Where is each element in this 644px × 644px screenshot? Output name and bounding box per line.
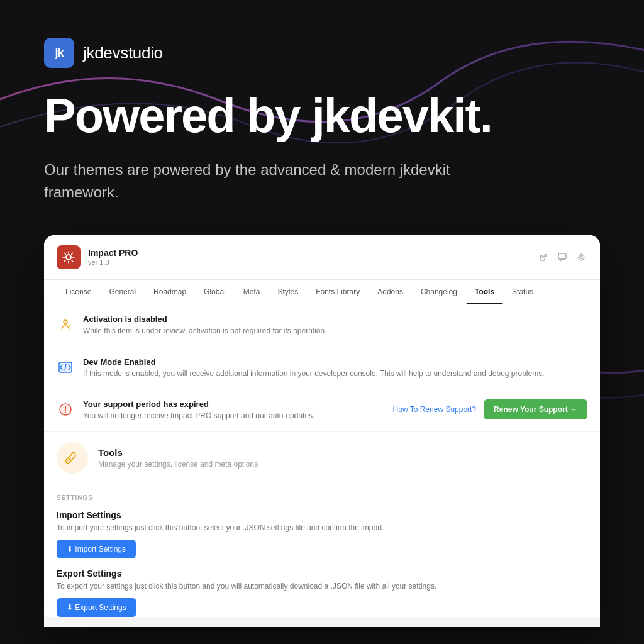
tab-license[interactable]: License (57, 280, 100, 304)
app-version: ver 1.0 (88, 258, 138, 266)
support-actions: How To Renew Support? Renew Your Support… (393, 399, 587, 419)
support-row: Your support period has expired You will… (44, 389, 600, 432)
tab-status[interactable]: Status (503, 280, 542, 304)
tab-changelog[interactable]: Changelog (412, 280, 466, 304)
support-title: Your support period has expired (83, 399, 384, 409)
settings-section: SETTINGS Import Settings To import your … (44, 484, 600, 617)
link-icon[interactable] (537, 251, 550, 264)
activation-row: Activation is disabled While this item i… (44, 304, 600, 347)
settings-label: SETTINGS (57, 494, 587, 501)
app-info: Impact PRO ver 1.0 (88, 248, 138, 266)
support-icon (57, 401, 74, 418)
tools-title: Tools (98, 447, 258, 458)
activation-body: Activation is disabled While this item i… (83, 314, 587, 336)
svg-point-0 (66, 255, 71, 260)
tab-global[interactable]: Global (195, 280, 235, 304)
renew-support-button[interactable]: Renew Your Support → (484, 399, 587, 419)
import-desc: To import your settings just click this … (57, 523, 587, 533)
nav-tabs: License General Roadmap Global Meta Styl… (44, 280, 600, 304)
devmode-desc: If this mode is enabled, you will receiv… (83, 369, 587, 379)
import-title: Import Settings (57, 510, 587, 520)
tab-meta[interactable]: Meta (235, 280, 269, 304)
devmode-icon (57, 358, 74, 376)
app-icon (57, 245, 80, 269)
tab-tools[interactable]: Tools (466, 280, 503, 304)
export-settings-item: Export Settings To export your settings … (57, 569, 587, 617)
chat-icon[interactable] (556, 251, 569, 264)
tab-addons[interactable]: Addons (369, 280, 412, 304)
hero-title: Powered by jkdevkit. (44, 91, 600, 141)
devmode-body: Dev Mode Enabled If this mode is enabled… (83, 357, 587, 379)
import-settings-item: Import Settings To import your settings … (57, 510, 587, 558)
svg-line-10 (69, 458, 70, 460)
tab-styles[interactable]: Styles (269, 280, 307, 304)
tab-roadmap[interactable]: Roadmap (145, 280, 195, 304)
svg-rect-1 (558, 253, 566, 259)
import-settings-button[interactable]: ⬇ Import Settings (57, 540, 136, 558)
support-body: Your support period has expired You will… (83, 399, 384, 421)
brand-name: jkdevstudio (83, 43, 163, 63)
export-title: Export Settings (57, 569, 587, 579)
window-header-left: Impact PRO ver 1.0 (57, 245, 138, 269)
tab-general[interactable]: General (100, 280, 145, 304)
tools-icon (57, 442, 88, 474)
brand-logo: jk (44, 38, 74, 68)
devmode-title: Dev Mode Enabled (83, 357, 587, 367)
window-header-right (537, 251, 587, 264)
tools-info: Tools Manage your settings, license and … (98, 447, 258, 469)
svg-point-9 (65, 412, 66, 413)
window-content: Activation is disabled While this item i… (44, 304, 600, 617)
export-settings-button[interactable]: ⬇ Export Settings (57, 598, 136, 617)
how-to-renew-link[interactable]: How To Renew Support? (393, 405, 477, 414)
hero-subtitle: Our themes are powered by the advanced &… (44, 158, 472, 204)
tab-fonts-library[interactable]: Fonts Library (307, 280, 369, 304)
tools-row: Tools Manage your settings, license and … (44, 432, 600, 484)
activation-icon (57, 316, 74, 333)
app-title: Impact PRO (88, 248, 138, 258)
export-desc: To export your settings just click this … (57, 581, 587, 592)
tools-desc: Manage your settings, license and meta o… (98, 460, 258, 469)
svg-point-2 (580, 256, 582, 258)
settings-icon[interactable] (575, 251, 587, 264)
app-window: Impact PRO ver 1.0 (44, 235, 600, 627)
brand-header: jk jkdevstudio (44, 38, 600, 68)
activation-desc: While this item is under review, activat… (83, 326, 587, 336)
support-desc: You will no longer receive Impact PRO su… (83, 411, 384, 421)
activation-title: Activation is disabled (83, 314, 587, 324)
svg-line-5 (69, 325, 70, 326)
devmode-row: Dev Mode Enabled If this mode is enabled… (44, 347, 600, 390)
window-header: Impact PRO ver 1.0 (44, 235, 600, 280)
